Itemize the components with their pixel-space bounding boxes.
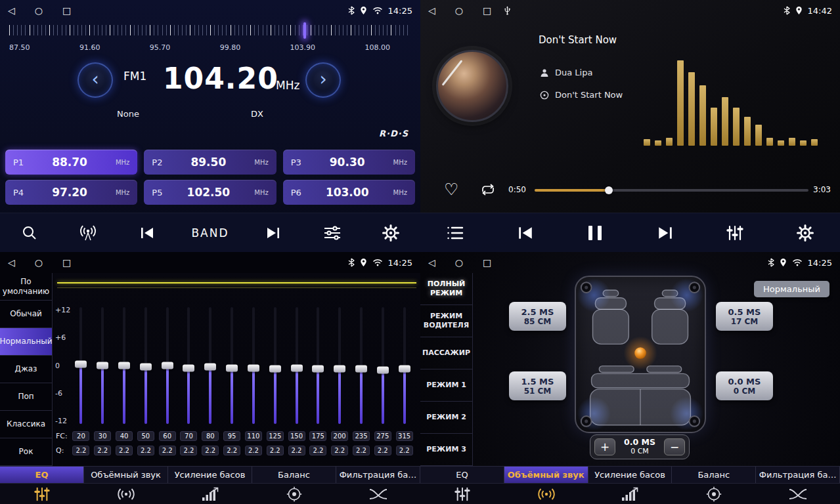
delay-decrease-button[interactable]: − (664, 438, 685, 455)
q-value[interactable]: 2.2 (396, 446, 413, 455)
surround-tab-icon[interactable] (84, 484, 168, 504)
back-button[interactable]: ◁ (428, 258, 435, 267)
fc-value[interactable]: 125 (267, 431, 284, 441)
preset-button[interactable]: P5 102.50 MHz (144, 180, 276, 205)
listening-mode-item[interactable]: ПАССАЖИР (420, 337, 472, 369)
listening-position-marker[interactable] (634, 347, 646, 359)
fc-value[interactable]: 40 (116, 431, 133, 441)
eq-preset-item[interactable]: Рок (0, 438, 52, 466)
eq-band-slider[interactable] (286, 307, 307, 424)
equalizer-icon[interactable] (720, 219, 749, 247)
audio-tab[interactable]: Объёмный звук (84, 467, 168, 483)
home-button[interactable]: ○ (455, 6, 463, 15)
back-button[interactable]: ◁ (428, 6, 435, 15)
eq-preset-item[interactable]: Джаз (0, 356, 52, 383)
audio-tab[interactable]: Усиление басов (588, 467, 673, 483)
slider-handle[interactable] (118, 362, 130, 369)
eq-preset-item[interactable]: По умолчанию (0, 273, 52, 301)
fc-value[interactable]: 70 (180, 431, 197, 441)
eq-band-slider[interactable] (351, 307, 372, 424)
preset-button[interactable]: P3 90.30 MHz (283, 150, 415, 175)
q-value[interactable]: 2.2 (72, 446, 89, 455)
tuner-settings-icon[interactable] (318, 219, 347, 247)
broadcast-icon[interactable] (74, 219, 102, 247)
rear-right-delay[interactable]: 0.0 MS0 CM (716, 371, 773, 400)
listening-mode-item[interactable]: РЕЖИМ 3 (420, 434, 472, 466)
fc-value[interactable]: 80 (202, 431, 219, 441)
filter-tab-icon[interactable] (756, 484, 840, 504)
slider-handle[interactable] (248, 364, 259, 371)
pause-button[interactable] (581, 219, 609, 247)
preset-button[interactable]: P2 89.50 MHz (144, 150, 276, 175)
home-button[interactable]: ○ (455, 258, 463, 267)
slider-handle[interactable] (269, 366, 281, 373)
next-station-button[interactable] (259, 219, 288, 247)
slider-handle[interactable] (75, 361, 87, 368)
home-button[interactable]: ○ (35, 258, 43, 267)
fc-value[interactable]: 20 (72, 431, 89, 441)
eq-band-slider[interactable] (156, 307, 178, 424)
settings-gear-icon[interactable] (791, 219, 820, 247)
favorite-button[interactable]: ♡ (444, 180, 458, 200)
previous-station-button[interactable] (133, 219, 162, 247)
fc-value[interactable]: 60 (159, 431, 176, 441)
q-value[interactable]: 2.2 (223, 446, 240, 455)
home-button[interactable]: ○ (35, 6, 43, 15)
fc-value[interactable]: 95 (223, 431, 240, 441)
eq-band-slider[interactable] (243, 307, 265, 424)
listening-mode-item[interactable]: ПОЛНЫЙ РЕЖИМ (420, 273, 472, 305)
q-value[interactable]: 2.2 (137, 446, 154, 455)
recents-button[interactable]: □ (483, 6, 491, 15)
slider-handle[interactable] (226, 364, 238, 371)
audio-tab[interactable]: Баланс (672, 467, 756, 483)
fc-value[interactable]: 50 (137, 431, 154, 441)
preset-button[interactable]: P6 103.00 MHz (283, 180, 415, 205)
balance-tab-icon[interactable] (252, 484, 336, 504)
eq-band-slider[interactable] (70, 307, 92, 424)
audio-tab[interactable]: Фильтрация ба… (336, 467, 420, 483)
delay-increase-button[interactable]: + (594, 438, 615, 455)
eq-preset-item[interactable]: Обычай (0, 301, 52, 328)
fc-value[interactable]: 200 (331, 431, 348, 441)
recents-button[interactable]: □ (62, 258, 71, 267)
q-value[interactable]: 2.2 (353, 446, 370, 455)
filter-tab-icon[interactable] (336, 484, 420, 504)
front-left-delay[interactable]: 2.5 MS85 CM (509, 302, 566, 331)
q-value[interactable]: 2.2 (309, 446, 326, 455)
previous-track-button[interactable] (511, 219, 540, 247)
fc-value[interactable]: 110 (245, 431, 262, 441)
eq-band-slider[interactable] (92, 307, 114, 424)
next-track-button[interactable] (651, 219, 680, 247)
eq-band-slider[interactable] (393, 307, 415, 424)
band-button[interactable]: BAND (191, 219, 229, 247)
eq-band-slider[interactable] (221, 307, 243, 424)
fc-value[interactable]: 315 (396, 431, 413, 441)
scan-button[interactable] (15, 219, 44, 247)
q-value[interactable]: 2.2 (374, 446, 391, 455)
listening-mode-item[interactable]: РЕЖИМ 2 (420, 402, 472, 434)
audio-tab[interactable]: Усиление басов (168, 467, 252, 483)
balance-tab-icon[interactable] (672, 484, 756, 504)
back-button[interactable]: ◁ (8, 6, 15, 15)
back-button[interactable]: ◁ (8, 258, 15, 267)
repeat-button[interactable] (479, 183, 497, 196)
tune-up-button[interactable]: › (305, 62, 341, 98)
q-value[interactable]: 2.2 (331, 446, 348, 455)
fc-value[interactable]: 235 (353, 431, 370, 441)
eq-tab-icon[interactable] (420, 484, 504, 504)
slider-handle[interactable] (204, 363, 216, 370)
rear-left-delay[interactable]: 1.5 MS51 CM (509, 371, 566, 400)
q-value[interactable]: 2.2 (159, 446, 176, 455)
bass-boost-tab-icon[interactable] (168, 484, 252, 504)
audio-tab[interactable]: EQ (0, 467, 84, 483)
surround-tab-icon[interactable] (504, 484, 588, 504)
eq-tab-icon[interactable] (0, 484, 84, 504)
recents-button[interactable]: □ (62, 6, 71, 15)
slider-handle[interactable] (291, 364, 303, 371)
slider-handle[interactable] (334, 366, 345, 373)
eq-band-slider[interactable] (372, 307, 393, 424)
q-value[interactable]: 2.2 (245, 446, 262, 455)
album-art[interactable] (436, 50, 508, 122)
slider-handle[interactable] (312, 366, 324, 373)
slider-handle[interactable] (97, 362, 108, 369)
